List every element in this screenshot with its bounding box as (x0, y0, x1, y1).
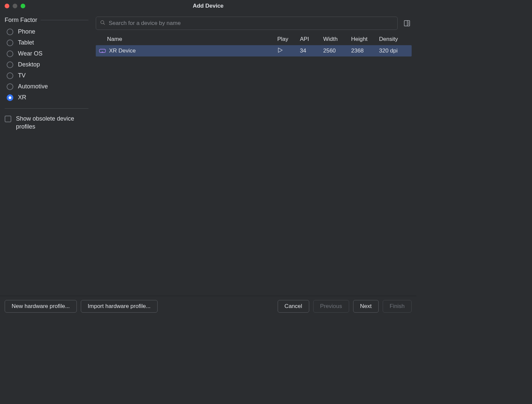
form-factor-radio-tv[interactable]: TV (7, 72, 88, 79)
form-factor-radio-xr[interactable]: XR (7, 94, 88, 101)
form-factor-radio-automotive[interactable]: Automotive (7, 83, 88, 90)
content-area: Form Factor Phone Tablet Wear OS (0, 12, 416, 296)
form-factor-radio-list: Phone Tablet Wear OS Desktop TV (5, 28, 88, 101)
radio-icon (7, 40, 13, 46)
play-store-icon (277, 47, 283, 55)
xr-device-icon (99, 49, 106, 53)
checkbox-label: Show obsolete device profiles (16, 115, 88, 131)
window-title: Add Device (193, 3, 224, 9)
checkbox-icon (5, 116, 11, 122)
form-factor-radio-wearos[interactable]: Wear OS (7, 50, 88, 57)
cell-api: 34 (300, 48, 323, 54)
table-row[interactable]: XR Device 34 2560 2368 320 dpi (96, 45, 412, 56)
next-button[interactable]: Next (353, 300, 379, 313)
search-box[interactable] (96, 17, 398, 30)
column-name[interactable]: Name (96, 36, 277, 43)
device-table: Name Play API Width Height Density (96, 33, 412, 296)
cancel-button[interactable]: Cancel (278, 300, 309, 313)
table-header: Name Play API Width Height Density (96, 33, 412, 45)
footer-left: New hardware profile... Import hardware … (5, 300, 158, 313)
finish-button[interactable]: Finish (383, 300, 412, 313)
column-play[interactable]: Play (277, 36, 300, 43)
column-density[interactable]: Density (379, 36, 412, 43)
column-api[interactable]: API (300, 36, 323, 43)
search-input[interactable] (109, 20, 393, 27)
svg-line-1 (103, 23, 105, 25)
form-factor-section-header: Form Factor (5, 17, 88, 24)
maximize-window-button[interactable] (21, 4, 25, 8)
sidebar-divider (5, 108, 88, 109)
previous-button[interactable]: Previous (313, 300, 349, 313)
minimize-window-button[interactable] (13, 4, 17, 8)
svg-point-0 (101, 21, 104, 24)
column-width[interactable]: Width (323, 36, 351, 43)
form-factor-title: Form Factor (5, 17, 37, 24)
traffic-lights (5, 4, 25, 8)
footer: New hardware profile... Import hardware … (0, 296, 416, 316)
column-height[interactable]: Height (351, 36, 379, 43)
toggle-details-button[interactable] (402, 19, 412, 28)
cell-name-text: XR Device (109, 48, 136, 54)
radio-label: Desktop (18, 61, 40, 68)
cell-name: XR Device (96, 48, 277, 54)
radio-label: Automotive (18, 83, 48, 90)
add-device-window: Add Device Form Factor Phone Tablet Wear… (0, 0, 416, 316)
radio-label: XR (18, 94, 26, 101)
footer-right: Cancel Previous Next Finish (278, 300, 412, 313)
form-factor-radio-desktop[interactable]: Desktop (7, 61, 88, 68)
section-divider-line (41, 20, 88, 20)
titlebar: Add Device (0, 0, 416, 12)
main-panel: Name Play API Width Height Density (93, 12, 416, 296)
cell-width: 2560 (323, 48, 351, 54)
radio-icon (7, 94, 13, 101)
radio-icon (7, 72, 13, 79)
form-factor-radio-phone[interactable]: Phone (7, 28, 88, 35)
radio-label: TV (18, 72, 26, 79)
radio-icon (7, 61, 13, 68)
radio-icon (7, 83, 13, 90)
import-hardware-profile-button[interactable]: Import hardware profile... (81, 300, 158, 313)
search-icon (100, 20, 105, 27)
radio-icon (7, 29, 13, 35)
cell-play (277, 47, 300, 55)
radio-icon (7, 50, 13, 57)
search-row (96, 17, 412, 30)
form-factor-radio-tablet[interactable]: Tablet (7, 39, 88, 46)
radio-label: Tablet (18, 39, 34, 46)
radio-label: Wear OS (18, 50, 43, 57)
radio-label: Phone (18, 28, 35, 35)
cell-height: 2368 (351, 48, 379, 54)
sidebar: Form Factor Phone Tablet Wear OS (0, 12, 93, 296)
new-hardware-profile-button[interactable]: New hardware profile... (5, 300, 77, 313)
close-window-button[interactable] (5, 4, 9, 8)
cell-density: 320 dpi (379, 48, 412, 54)
show-obsolete-checkbox[interactable]: Show obsolete device profiles (5, 115, 88, 131)
